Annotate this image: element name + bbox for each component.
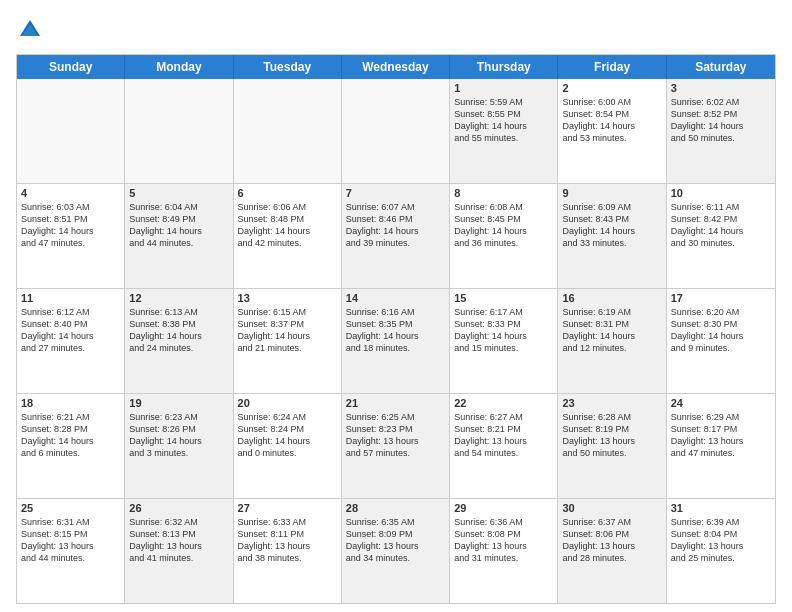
header <box>16 16 776 44</box>
logo <box>16 16 48 44</box>
day-cell-13: 13Sunrise: 6:15 AM Sunset: 8:37 PM Dayli… <box>234 289 342 393</box>
day-info: Sunrise: 6:35 AM Sunset: 8:09 PM Dayligh… <box>346 517 419 563</box>
day-number: 8 <box>454 187 553 199</box>
day-number: 5 <box>129 187 228 199</box>
day-number: 2 <box>562 82 661 94</box>
day-info: Sunrise: 6:29 AM Sunset: 8:17 PM Dayligh… <box>671 412 744 458</box>
day-cell-3: 3Sunrise: 6:02 AM Sunset: 8:52 PM Daylig… <box>667 79 775 183</box>
day-number: 7 <box>346 187 445 199</box>
day-number: 24 <box>671 397 771 409</box>
day-info: Sunrise: 6:28 AM Sunset: 8:19 PM Dayligh… <box>562 412 635 458</box>
day-cell-10: 10Sunrise: 6:11 AM Sunset: 8:42 PM Dayli… <box>667 184 775 288</box>
day-info: Sunrise: 6:20 AM Sunset: 8:30 PM Dayligh… <box>671 307 744 353</box>
day-info: Sunrise: 6:02 AM Sunset: 8:52 PM Dayligh… <box>671 97 744 143</box>
day-cell-12: 12Sunrise: 6:13 AM Sunset: 8:38 PM Dayli… <box>125 289 233 393</box>
empty-cell <box>17 79 125 183</box>
day-info: Sunrise: 6:16 AM Sunset: 8:35 PM Dayligh… <box>346 307 419 353</box>
day-number: 29 <box>454 502 553 514</box>
empty-cell <box>125 79 233 183</box>
page: SundayMondayTuesdayWednesdayThursdayFrid… <box>0 0 792 612</box>
day-info: Sunrise: 6:19 AM Sunset: 8:31 PM Dayligh… <box>562 307 635 353</box>
day-number: 26 <box>129 502 228 514</box>
day-cell-4: 4Sunrise: 6:03 AM Sunset: 8:51 PM Daylig… <box>17 184 125 288</box>
day-info: Sunrise: 6:25 AM Sunset: 8:23 PM Dayligh… <box>346 412 419 458</box>
calendar-row-3: 18Sunrise: 6:21 AM Sunset: 8:28 PM Dayli… <box>17 393 775 498</box>
day-number: 27 <box>238 502 337 514</box>
calendar-row-2: 11Sunrise: 6:12 AM Sunset: 8:40 PM Dayli… <box>17 288 775 393</box>
day-number: 30 <box>562 502 661 514</box>
day-cell-20: 20Sunrise: 6:24 AM Sunset: 8:24 PM Dayli… <box>234 394 342 498</box>
day-info: Sunrise: 6:32 AM Sunset: 8:13 PM Dayligh… <box>129 517 202 563</box>
empty-cell <box>234 79 342 183</box>
day-info: Sunrise: 6:08 AM Sunset: 8:45 PM Dayligh… <box>454 202 527 248</box>
day-number: 16 <box>562 292 661 304</box>
day-cell-16: 16Sunrise: 6:19 AM Sunset: 8:31 PM Dayli… <box>558 289 666 393</box>
day-number: 25 <box>21 502 120 514</box>
calendar-header: SundayMondayTuesdayWednesdayThursdayFrid… <box>17 55 775 79</box>
day-number: 31 <box>671 502 771 514</box>
day-cell-24: 24Sunrise: 6:29 AM Sunset: 8:17 PM Dayli… <box>667 394 775 498</box>
day-cell-28: 28Sunrise: 6:35 AM Sunset: 8:09 PM Dayli… <box>342 499 450 603</box>
header-day-tuesday: Tuesday <box>234 55 342 79</box>
day-number: 13 <box>238 292 337 304</box>
day-number: 28 <box>346 502 445 514</box>
day-number: 20 <box>238 397 337 409</box>
day-info: Sunrise: 6:31 AM Sunset: 8:15 PM Dayligh… <box>21 517 94 563</box>
day-info: Sunrise: 6:15 AM Sunset: 8:37 PM Dayligh… <box>238 307 311 353</box>
day-number: 10 <box>671 187 771 199</box>
header-day-sunday: Sunday <box>17 55 125 79</box>
day-cell-7: 7Sunrise: 6:07 AM Sunset: 8:46 PM Daylig… <box>342 184 450 288</box>
logo-icon <box>16 16 44 44</box>
day-cell-29: 29Sunrise: 6:36 AM Sunset: 8:08 PM Dayli… <box>450 499 558 603</box>
day-cell-23: 23Sunrise: 6:28 AM Sunset: 8:19 PM Dayli… <box>558 394 666 498</box>
day-number: 11 <box>21 292 120 304</box>
day-number: 1 <box>454 82 553 94</box>
day-cell-5: 5Sunrise: 6:04 AM Sunset: 8:49 PM Daylig… <box>125 184 233 288</box>
day-info: Sunrise: 6:06 AM Sunset: 8:48 PM Dayligh… <box>238 202 311 248</box>
day-info: Sunrise: 6:11 AM Sunset: 8:42 PM Dayligh… <box>671 202 744 248</box>
day-cell-22: 22Sunrise: 6:27 AM Sunset: 8:21 PM Dayli… <box>450 394 558 498</box>
day-info: Sunrise: 5:59 AM Sunset: 8:55 PM Dayligh… <box>454 97 527 143</box>
header-day-saturday: Saturday <box>667 55 775 79</box>
day-cell-2: 2Sunrise: 6:00 AM Sunset: 8:54 PM Daylig… <box>558 79 666 183</box>
calendar-row-1: 4Sunrise: 6:03 AM Sunset: 8:51 PM Daylig… <box>17 183 775 288</box>
day-info: Sunrise: 6:23 AM Sunset: 8:26 PM Dayligh… <box>129 412 202 458</box>
day-info: Sunrise: 6:33 AM Sunset: 8:11 PM Dayligh… <box>238 517 311 563</box>
day-info: Sunrise: 6:09 AM Sunset: 8:43 PM Dayligh… <box>562 202 635 248</box>
day-cell-11: 11Sunrise: 6:12 AM Sunset: 8:40 PM Dayli… <box>17 289 125 393</box>
day-info: Sunrise: 6:12 AM Sunset: 8:40 PM Dayligh… <box>21 307 94 353</box>
empty-cell <box>342 79 450 183</box>
day-cell-26: 26Sunrise: 6:32 AM Sunset: 8:13 PM Dayli… <box>125 499 233 603</box>
header-day-wednesday: Wednesday <box>342 55 450 79</box>
header-day-monday: Monday <box>125 55 233 79</box>
day-info: Sunrise: 6:04 AM Sunset: 8:49 PM Dayligh… <box>129 202 202 248</box>
day-info: Sunrise: 6:24 AM Sunset: 8:24 PM Dayligh… <box>238 412 311 458</box>
day-cell-9: 9Sunrise: 6:09 AM Sunset: 8:43 PM Daylig… <box>558 184 666 288</box>
day-info: Sunrise: 6:00 AM Sunset: 8:54 PM Dayligh… <box>562 97 635 143</box>
calendar-body: 1Sunrise: 5:59 AM Sunset: 8:55 PM Daylig… <box>17 79 775 603</box>
day-info: Sunrise: 6:37 AM Sunset: 8:06 PM Dayligh… <box>562 517 635 563</box>
day-cell-6: 6Sunrise: 6:06 AM Sunset: 8:48 PM Daylig… <box>234 184 342 288</box>
day-number: 18 <box>21 397 120 409</box>
day-cell-17: 17Sunrise: 6:20 AM Sunset: 8:30 PM Dayli… <box>667 289 775 393</box>
day-info: Sunrise: 6:27 AM Sunset: 8:21 PM Dayligh… <box>454 412 527 458</box>
header-day-thursday: Thursday <box>450 55 558 79</box>
calendar-row-4: 25Sunrise: 6:31 AM Sunset: 8:15 PM Dayli… <box>17 498 775 603</box>
day-info: Sunrise: 6:03 AM Sunset: 8:51 PM Dayligh… <box>21 202 94 248</box>
day-number: 14 <box>346 292 445 304</box>
day-cell-19: 19Sunrise: 6:23 AM Sunset: 8:26 PM Dayli… <box>125 394 233 498</box>
day-cell-30: 30Sunrise: 6:37 AM Sunset: 8:06 PM Dayli… <box>558 499 666 603</box>
day-info: Sunrise: 6:17 AM Sunset: 8:33 PM Dayligh… <box>454 307 527 353</box>
day-number: 17 <box>671 292 771 304</box>
day-info: Sunrise: 6:36 AM Sunset: 8:08 PM Dayligh… <box>454 517 527 563</box>
day-number: 3 <box>671 82 771 94</box>
calendar: SundayMondayTuesdayWednesdayThursdayFrid… <box>16 54 776 604</box>
day-info: Sunrise: 6:39 AM Sunset: 8:04 PM Dayligh… <box>671 517 744 563</box>
day-number: 9 <box>562 187 661 199</box>
day-cell-27: 27Sunrise: 6:33 AM Sunset: 8:11 PM Dayli… <box>234 499 342 603</box>
day-cell-25: 25Sunrise: 6:31 AM Sunset: 8:15 PM Dayli… <box>17 499 125 603</box>
day-info: Sunrise: 6:07 AM Sunset: 8:46 PM Dayligh… <box>346 202 419 248</box>
day-info: Sunrise: 6:21 AM Sunset: 8:28 PM Dayligh… <box>21 412 94 458</box>
header-day-friday: Friday <box>558 55 666 79</box>
day-cell-18: 18Sunrise: 6:21 AM Sunset: 8:28 PM Dayli… <box>17 394 125 498</box>
